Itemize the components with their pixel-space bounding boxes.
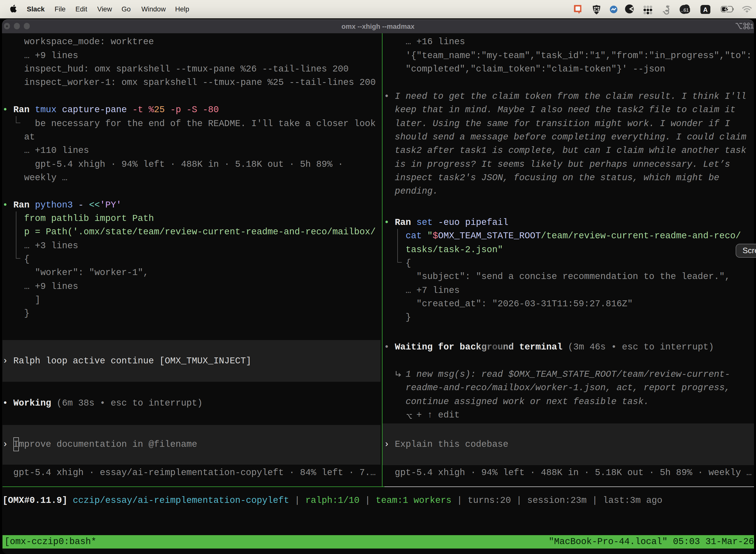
svg-text:1: 1 [750,22,754,30]
svg-text:A: A [703,6,707,13]
svg-text:..61: ..61 [681,7,689,13]
